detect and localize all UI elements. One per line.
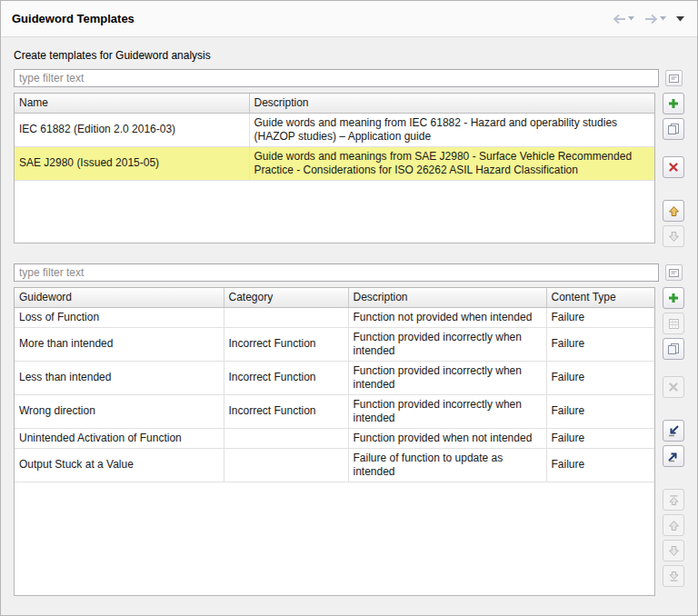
table-button (663, 313, 684, 334)
guideword-templates-view: Guideword Templates Create templates for… (0, 0, 698, 616)
guidewords-filter-menu-button[interactable] (665, 264, 683, 281)
table-row[interactable]: Output Stuck at a Value Failure of funct… (15, 448, 654, 482)
plus-icon (667, 292, 680, 304)
table-icon (668, 318, 680, 330)
copy-icon (667, 343, 680, 355)
guideword-cell: Wrong direction (15, 394, 224, 428)
menu-chevron-icon (676, 16, 684, 22)
move-down-button (663, 225, 684, 247)
category-cell (224, 448, 348, 482)
column-header-description[interactable]: Description (348, 288, 546, 307)
category-cell: Incorrect Function (224, 327, 348, 361)
description-cell: Function provided incorrectly when inten… (348, 361, 546, 394)
filter-menu-icon (668, 73, 680, 84)
template-description: Guide words and meaning from IEC 61882 -… (249, 113, 654, 146)
guidewords-filter-row (14, 263, 684, 282)
add-button[interactable] (663, 93, 684, 114)
arrow-up-icon (668, 520, 680, 532)
view-header: Guideword Templates (1, 1, 697, 37)
copy-icon (667, 123, 680, 135)
guideword-cell: Output Stuck at a Value (15, 448, 224, 482)
table-row[interactable]: Loss of Function Function not provided w… (15, 307, 654, 327)
guideword-cell: Less than intended (15, 361, 224, 394)
move-up-button (663, 514, 684, 536)
templates-toolbar (663, 93, 684, 251)
view-menu-button[interactable] (674, 15, 686, 24)
plus-icon (667, 97, 680, 110)
column-header-name[interactable]: Name (15, 94, 249, 113)
description-cell: Function not provided when intended (348, 307, 546, 327)
gray-x-icon (668, 382, 679, 392)
arrow-down-icon (668, 231, 680, 243)
table-row[interactable]: More than intended Incorrect Function Fu… (15, 327, 654, 361)
red-x-icon (668, 162, 679, 173)
guideword-cell: More than intended (15, 327, 224, 361)
guideword-cell: Loss of Function (15, 307, 224, 327)
back-button[interactable] (611, 12, 636, 26)
arrow-bottom-icon (668, 571, 680, 582)
templates-filter-input[interactable] (14, 69, 659, 87)
column-header-content-type[interactable]: Content Type (546, 288, 654, 307)
move-to-top-button (663, 489, 684, 511)
forward-arrow-icon (644, 14, 658, 25)
move-up-button[interactable] (663, 200, 684, 222)
template-name: SAE J2980 (Issued 2015-05) (15, 146, 249, 180)
content-type-cell: Failure (546, 394, 654, 428)
import-arrow-icon (667, 424, 680, 437)
column-header-description[interactable]: Description (249, 94, 654, 113)
move-down-button (663, 540, 684, 561)
import-button[interactable] (663, 420, 684, 442)
description-cell: Function provided incorrectly when inten… (348, 327, 546, 361)
category-cell: Incorrect Function (224, 361, 348, 394)
content-type-cell: Failure (546, 327, 654, 361)
templates-filter-menu-button[interactable] (665, 70, 683, 86)
back-arrow-icon (613, 14, 626, 25)
description-cell: Function provided incorrectly when inten… (348, 394, 546, 428)
header-toolbar (611, 12, 686, 26)
arrow-up-icon (668, 205, 680, 217)
delete-button[interactable] (663, 156, 684, 178)
chevron-down-icon (628, 16, 634, 21)
view-description: Create templates for Guideword analysis (14, 49, 697, 62)
table-row[interactable]: IEC 61882 (Edition 2.0 2016-03) Guide wo… (15, 113, 654, 146)
column-header-category[interactable]: Category (224, 288, 348, 307)
templates-table-zone: Name Description IEC 61882 (Edition 2.0 … (14, 93, 684, 251)
content-type-cell: Failure (546, 448, 654, 482)
category-cell (224, 428, 348, 448)
description-cell: Function provided when not intended (348, 428, 546, 448)
template-name: IEC 61882 (Edition 2.0 2016-03) (15, 113, 249, 146)
move-to-bottom-button (663, 565, 684, 587)
column-header-guideword[interactable]: Guideword (15, 288, 224, 307)
content-type-cell: Failure (546, 307, 654, 327)
arrow-down-icon (668, 545, 680, 557)
copy-button[interactable] (663, 338, 684, 360)
guidewords-filter-input[interactable] (14, 263, 659, 282)
guideword-cell: Unintended Activation of Function (15, 428, 224, 448)
description-cell: Failure of function to update as intende… (348, 448, 546, 482)
category-cell: Incorrect Function (224, 394, 348, 428)
guidewords-table: Guideword Category Description Content T… (14, 287, 655, 596)
table-row[interactable]: Less than intended Incorrect Function Fu… (15, 361, 654, 394)
category-cell (224, 307, 348, 327)
add-button[interactable] (663, 287, 684, 309)
export-arrow-icon (667, 450, 680, 462)
template-description: Guide words and meanings from SAE J2980 … (249, 146, 654, 180)
templates-filter-row (14, 69, 684, 87)
guidewords-toolbar (663, 287, 684, 591)
content-type-cell: Failure (546, 428, 654, 448)
page-title: Guideword Templates (12, 12, 135, 25)
table-row[interactable]: Unintended Activation of Function Functi… (15, 428, 654, 448)
content-type-cell: Failure (546, 361, 654, 394)
filter-menu-icon (668, 267, 680, 279)
table-row-selected[interactable]: SAE J2980 (Issued 2015-05) Guide words a… (15, 146, 654, 180)
export-button[interactable] (663, 445, 684, 467)
templates-table: Name Description IEC 61882 (Edition 2.0 … (14, 93, 655, 243)
chevron-down-icon (660, 16, 666, 21)
copy-button[interactable] (663, 118, 684, 140)
delete-button (663, 376, 684, 398)
arrow-top-icon (668, 494, 680, 506)
table-row[interactable]: Wrong direction Incorrect Function Funct… (15, 394, 654, 428)
forward-button[interactable] (643, 12, 668, 26)
guidewords-table-zone: Guideword Category Description Content T… (14, 287, 684, 596)
